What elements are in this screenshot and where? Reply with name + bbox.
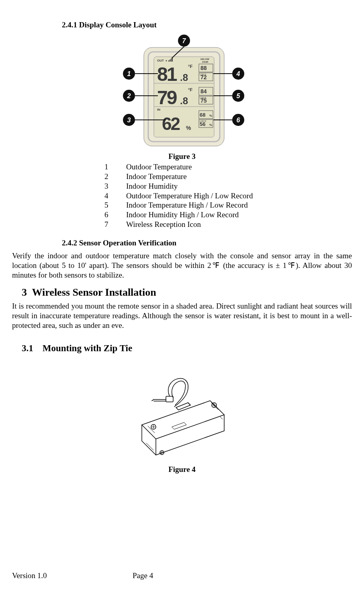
hilow-label: HI/LOW (200, 58, 209, 60)
svg-text:2: 2 (127, 93, 131, 99)
legend-row: 7Wireless Reception Icon (104, 220, 352, 229)
svg-text:84: 84 (200, 88, 207, 95)
heading-num: 2.4.1 (62, 21, 77, 29)
svg-text:1: 1 (127, 70, 131, 77)
heading-num: 3.1 (22, 343, 33, 353)
svg-text:°F: °F (188, 64, 192, 69)
heading-3-1: 3.1 Mounting with Zip Tie (22, 342, 352, 354)
svg-rect-61 (166, 396, 173, 402)
svg-text:%: % (186, 125, 191, 131)
in-label: IN (157, 108, 160, 111)
svg-text:%: % (209, 123, 212, 127)
heading-num: 2.4.2 (62, 239, 77, 247)
heading-title: Wireless Sensor Installation (32, 286, 156, 298)
svg-text:3: 3 (127, 117, 131, 124)
heading-title: Display Console Layout (79, 21, 157, 29)
sensor-zip-tie-illustration (120, 362, 244, 463)
svg-text:.8: .8 (180, 95, 188, 106)
svg-text:88: 88 (200, 65, 207, 71)
svg-rect-15 (171, 59, 172, 62)
heading-2-4-1: 2.4.1 Display Console Layout (62, 20, 352, 30)
svg-text:72: 72 (200, 74, 207, 80)
para-242: Verify the indoor and outdoor temperatur… (12, 251, 352, 280)
footer-page: Page 4 (133, 571, 153, 581)
heading-3: 3 Wireless Sensor Installation (22, 286, 352, 299)
footer-version: Version 1.0 (12, 571, 133, 581)
legend-row: 3Indoor Humidity (104, 181, 352, 191)
svg-text:62: 62 (162, 114, 180, 134)
para-3: It is recommended you mount the remote s… (12, 301, 352, 330)
legend-row: 6Indoor Humidity High / Low Record (104, 210, 352, 220)
svg-text:24HR: 24HR (202, 61, 209, 63)
figure-4: Figure 4 (12, 362, 352, 475)
display-console-illustration: OUT IN HI/LOW 24HR 81 .8 °F 79 .8 °F 62 … (106, 33, 258, 150)
svg-text:5: 5 (237, 93, 241, 99)
out-label: OUT (157, 59, 164, 62)
svg-point-17 (166, 60, 167, 61)
svg-text:56: 56 (200, 121, 205, 127)
svg-text:%: % (209, 114, 212, 117)
svg-text:79: 79 (157, 87, 177, 108)
legend-row: 5Indoor Temperature High / Low Record (104, 200, 352, 210)
svg-text:.8: .8 (180, 72, 188, 83)
svg-rect-14 (170, 60, 170, 62)
legend-row: 4Outdoor Temperature High / Low Record (104, 191, 352, 201)
legend-row: 2Indoor Temperature (104, 172, 352, 181)
heading-title: Sensor Operation Verification (79, 239, 176, 247)
svg-rect-16 (172, 58, 173, 62)
page-footer: Version 1.0 Page 4 (12, 571, 352, 581)
svg-text:68: 68 (200, 112, 205, 118)
legend-row: 1Outdoor Temperature (104, 162, 352, 172)
heading-num: 3 (22, 286, 27, 298)
svg-text:75: 75 (200, 97, 207, 104)
svg-text:4: 4 (236, 70, 240, 77)
figure-3-caption: Figure 3 (12, 152, 352, 162)
figure-3-legend: 1Outdoor Temperature 2Indoor Temperature… (104, 162, 352, 229)
figure-4-caption: Figure 4 (12, 465, 352, 475)
svg-text:81: 81 (157, 64, 177, 85)
heading-2-4-2: 2.4.2 Sensor Operation Verification (62, 238, 352, 248)
svg-text:6: 6 (237, 117, 240, 124)
figure-3: OUT IN HI/LOW 24HR 81 .8 °F 79 .8 °F 62 … (12, 33, 352, 162)
svg-text:7: 7 (182, 37, 186, 44)
svg-rect-13 (168, 60, 169, 62)
svg-text:°F: °F (188, 87, 192, 92)
heading-title: Mounting with Zip Tie (43, 343, 132, 353)
